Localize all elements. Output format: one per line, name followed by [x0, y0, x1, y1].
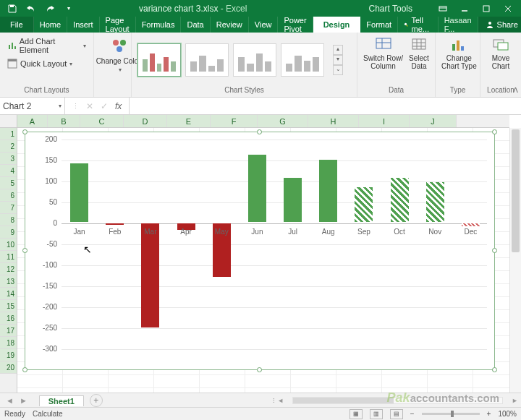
plot-area[interactable]: 200150100500-50-100-150-200-250-300JanFe… — [62, 140, 487, 348]
page-break-view-icon[interactable]: ▤ — [390, 409, 403, 419]
ribbon-options-icon[interactable] — [433, 1, 453, 16]
tab-home[interactable]: Home — [34, 17, 67, 33]
maximize-icon[interactable] — [476, 1, 496, 16]
sheet-nav-next-icon[interactable]: ► — [20, 396, 27, 405]
chart-style-gallery[interactable] — [137, 43, 324, 77]
chart-bar[interactable] — [391, 178, 409, 222]
normal-view-icon[interactable]: ▦ — [350, 409, 363, 419]
resize-handle[interactable] — [257, 367, 262, 372]
share-button[interactable]: Share — [478, 17, 521, 33]
chart-style-1[interactable] — [137, 43, 181, 77]
row-header[interactable]: 7 — [0, 202, 17, 214]
column-header[interactable]: B — [48, 115, 80, 127]
chart-bar[interactable] — [248, 155, 266, 222]
switch-row-column-button[interactable]: Switch Row/ Column — [363, 35, 403, 70]
row-header[interactable]: 13 — [0, 275, 17, 288]
worksheet-grid[interactable]: ABCDEFGHIJ 12345678910111213141516171819… — [0, 115, 521, 393]
chart-bar[interactable] — [319, 160, 337, 222]
chart-bar[interactable] — [70, 163, 88, 222]
tab-file[interactable]: File — [0, 17, 34, 33]
formula-input[interactable] — [130, 98, 521, 114]
add-chart-element-button[interactable]: Add Chart Element▾ — [6, 35, 88, 56]
chart-bar[interactable] — [141, 223, 159, 327]
chart-style-4[interactable] — [281, 43, 324, 77]
column-header[interactable]: G — [258, 115, 308, 127]
vertical-scrollbar[interactable] — [509, 128, 521, 393]
cancel-formula-icon[interactable]: ✕ — [86, 101, 93, 111]
resize-handle[interactable] — [257, 129, 262, 134]
row-header[interactable]: 2 — [0, 140, 17, 153]
row-header[interactable]: 17 — [0, 325, 17, 337]
resize-handle[interactable] — [492, 129, 497, 134]
resize-handle[interactable] — [22, 248, 27, 253]
save-icon[interactable] — [4, 1, 20, 16]
new-sheet-button[interactable]: + — [90, 394, 103, 407]
tab-review[interactable]: Review — [211, 17, 249, 33]
column-header[interactable]: C — [80, 115, 124, 127]
column-header[interactable]: A — [17, 115, 48, 127]
column-header[interactable]: E — [167, 115, 211, 127]
select-all-corner[interactable] — [0, 115, 17, 128]
move-chart-button[interactable]: Move Chart — [486, 35, 515, 70]
fx-icon[interactable]: fx — [115, 101, 122, 111]
chart-bar[interactable] — [284, 178, 302, 222]
tab-insert[interactable]: Insert — [67, 17, 100, 33]
quick-layout-button[interactable]: Quick Layout▾ — [6, 57, 74, 70]
chart-bar[interactable] — [355, 187, 373, 222]
undo-icon[interactable] — [23, 1, 39, 16]
tell-me-search[interactable]: Tell me... — [398, 17, 438, 33]
zoom-out-icon[interactable]: − — [410, 410, 415, 418]
tab-page-layout[interactable]: Page Layout — [100, 17, 136, 33]
minimize-icon[interactable] — [454, 1, 475, 16]
sheet-nav-prev-icon[interactable]: ◄ — [6, 396, 14, 405]
close-icon[interactable] — [498, 1, 518, 16]
style-scroll-up-icon[interactable]: ▴ — [333, 45, 343, 55]
zoom-in-icon[interactable]: + — [487, 410, 491, 418]
row-header[interactable]: 6 — [0, 189, 17, 202]
column-header[interactable]: I — [359, 115, 410, 127]
dropdown-icon[interactable]: ⋮ — [72, 103, 79, 110]
column-header[interactable]: F — [211, 115, 258, 127]
row-header[interactable]: 10 — [0, 239, 17, 251]
tab-power-pivot[interactable]: Power Pivot — [278, 17, 313, 33]
style-scroll-down-icon[interactable]: ▾ — [333, 55, 343, 65]
row-header[interactable]: 19 — [0, 349, 17, 361]
chart-bar[interactable] — [426, 182, 444, 222]
resize-handle[interactable] — [22, 367, 27, 372]
column-header[interactable]: J — [410, 115, 457, 127]
name-box[interactable]: Chart 2▾ — [0, 98, 65, 114]
column-header[interactable]: H — [308, 115, 359, 127]
row-header[interactable]: 15 — [0, 300, 17, 312]
redo-icon[interactable] — [42, 1, 58, 16]
page-layout-view-icon[interactable]: ▥ — [370, 409, 383, 419]
style-more-icon[interactable]: ⌄ — [333, 65, 343, 75]
row-header[interactable]: 20 — [0, 361, 17, 374]
row-header[interactable]: 16 — [0, 312, 17, 325]
resize-handle[interactable] — [492, 248, 497, 253]
chart-object[interactable]: 200150100500-50-100-150-200-250-300JanFe… — [25, 132, 495, 370]
row-header[interactable]: 11 — [0, 251, 17, 263]
qat-customize-icon[interactable]: ▾ — [61, 1, 77, 16]
user-name[interactable]: Hasaan F... — [439, 17, 478, 33]
column-headers[interactable]: ABCDEFGHIJ — [17, 115, 509, 128]
row-header[interactable]: 3 — [0, 153, 17, 165]
chart-style-3[interactable] — [233, 43, 276, 77]
row-header[interactable]: 9 — [0, 226, 17, 239]
tab-format[interactable]: Format — [360, 17, 398, 33]
row-header[interactable]: 8 — [0, 214, 17, 226]
tab-data[interactable]: Data — [181, 17, 210, 33]
row-header[interactable]: 5 — [0, 177, 17, 189]
zoom-level[interactable]: 100% — [498, 410, 517, 418]
horizontal-scrollbar[interactable] — [292, 397, 503, 404]
cells-area[interactable]: 200150100500-50-100-150-200-250-300JanFe… — [17, 128, 509, 393]
row-header[interactable]: 12 — [0, 263, 17, 275]
row-header[interactable]: 4 — [0, 165, 17, 177]
tab-view[interactable]: View — [249, 17, 279, 33]
row-header[interactable]: 14 — [0, 288, 17, 300]
sheet-tab-sheet1[interactable]: Sheet1 — [39, 395, 84, 406]
row-headers[interactable]: 1234567891011121314151617181920 — [0, 128, 17, 393]
tab-formulas[interactable]: Formulas — [136, 17, 182, 33]
row-header[interactable]: 1 — [0, 128, 17, 140]
change-chart-type-button[interactable]: Change Chart Type — [441, 35, 477, 70]
scrollbar-thumb[interactable] — [293, 398, 394, 403]
